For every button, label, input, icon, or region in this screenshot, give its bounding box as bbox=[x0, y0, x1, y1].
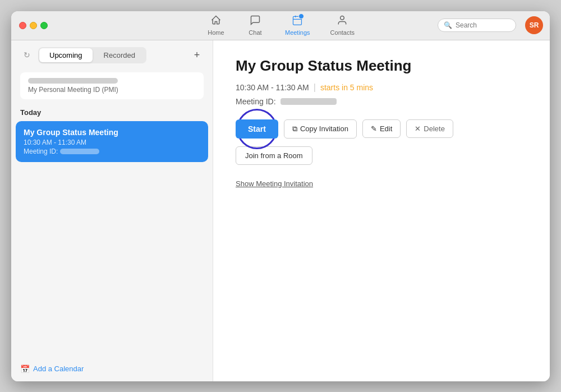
contacts-icon bbox=[337, 15, 348, 27]
meeting-id-blur bbox=[60, 149, 99, 154]
copy-invitation-label: Copy Invitation bbox=[300, 124, 348, 133]
search-icon: 🔍 bbox=[444, 21, 452, 29]
meeting-detail-id: Meeting ID: bbox=[236, 97, 527, 106]
search-area: 🔍 bbox=[438, 19, 516, 32]
pmi-bar-blur bbox=[28, 78, 118, 84]
tab-group: Upcoming Recorded bbox=[38, 47, 146, 63]
minimize-button[interactable] bbox=[30, 22, 37, 29]
app-window: Home Chat M bbox=[11, 11, 550, 381]
add-calendar-button[interactable]: 📅 Add a Calendar bbox=[11, 357, 213, 381]
meeting-detail-title: My Group Status Meeting bbox=[236, 57, 527, 75]
traffic-lights bbox=[19, 22, 48, 29]
avatar[interactable]: SR bbox=[525, 16, 543, 34]
recorded-tab[interactable]: Recorded bbox=[94, 48, 145, 62]
delete-label: Delete bbox=[424, 124, 445, 133]
action-row: Start ⧉ Copy Invitation ✎ Edit ✕ Delete bbox=[236, 119, 527, 139]
tab-chat[interactable]: Chat bbox=[236, 11, 275, 39]
main-content: ↻ Upcoming Recorded + My Personal Meetin… bbox=[11, 40, 550, 381]
search-input[interactable] bbox=[456, 21, 510, 29]
search-box[interactable]: 🔍 bbox=[438, 19, 516, 32]
meeting-list-item[interactable]: My Group Status Meeting 10:30 AM - 11:30… bbox=[16, 121, 208, 162]
detail-panel: My Group Status Meeting 10:30 AM - 11:30… bbox=[213, 40, 550, 381]
sidebar: ↻ Upcoming Recorded + My Personal Meetin… bbox=[11, 40, 213, 381]
tab-home[interactable]: Home bbox=[196, 11, 236, 39]
upcoming-tab[interactable]: Upcoming bbox=[39, 48, 93, 62]
add-meeting-button[interactable]: + bbox=[190, 48, 204, 62]
pmi-card[interactable]: My Personal Meeting ID (PMI) bbox=[20, 72, 204, 99]
meeting-list-time: 10:30 AM - 11:30 AM bbox=[24, 139, 200, 146]
meeting-id-value-blur bbox=[280, 98, 337, 105]
pmi-label: My Personal Meeting ID (PMI) bbox=[28, 86, 196, 94]
tab-chat-label: Chat bbox=[249, 29, 261, 36]
meeting-list-title: My Group Status Meeting bbox=[24, 128, 200, 137]
svg-rect-0 bbox=[293, 16, 302, 25]
join-from-room-button[interactable]: Join from a Room bbox=[236, 146, 312, 165]
tab-meetings-label: Meetings bbox=[285, 29, 310, 36]
delete-icon: ✕ bbox=[415, 124, 421, 133]
sidebar-header: ↻ Upcoming Recorded + bbox=[11, 40, 213, 68]
show-invitation-link[interactable]: Show Meeting Invitation bbox=[236, 179, 313, 188]
join-from-room-row: Join from a Room bbox=[236, 146, 527, 165]
svg-point-4 bbox=[341, 16, 344, 20]
copy-invitation-button[interactable]: ⧉ Copy Invitation bbox=[284, 119, 357, 139]
starts-in-badge: starts in 5 mins bbox=[320, 83, 373, 92]
start-button[interactable]: Start bbox=[236, 119, 278, 139]
meeting-list-id-row: Meeting ID: bbox=[24, 147, 200, 155]
delete-button[interactable]: ✕ Delete bbox=[406, 119, 453, 138]
tab-contacts[interactable]: Contacts bbox=[320, 11, 365, 39]
meeting-id-label-detail: Meeting ID: bbox=[236, 97, 276, 106]
home-icon bbox=[210, 15, 222, 27]
maximize-button[interactable] bbox=[40, 22, 48, 29]
add-calendar-label: Add a Calendar bbox=[33, 365, 84, 373]
calendar-icon: 📅 bbox=[20, 365, 30, 373]
tab-home-label: Home bbox=[208, 29, 224, 36]
tab-contacts-label: Contacts bbox=[330, 29, 355, 36]
tab-meetings[interactable]: Meetings bbox=[275, 11, 320, 39]
edit-button[interactable]: ✎ Edit bbox=[362, 119, 401, 138]
meeting-detail-time: 10:30 AM - 11:30 AM | starts in 5 mins bbox=[236, 82, 527, 93]
close-button[interactable] bbox=[19, 22, 26, 29]
start-button-wrap: Start bbox=[236, 119, 278, 139]
nav-tabs: Home Chat M bbox=[196, 11, 365, 39]
section-today: Today bbox=[11, 104, 213, 119]
meeting-id-label: Meeting ID: bbox=[24, 147, 58, 155]
refresh-button[interactable]: ↻ bbox=[20, 48, 34, 62]
meetings-icon bbox=[292, 15, 303, 27]
edit-label: Edit bbox=[380, 124, 392, 133]
time-separator: | bbox=[314, 82, 316, 93]
meeting-time-text: 10:30 AM - 11:30 AM bbox=[236, 83, 309, 92]
titlebar: Home Chat M bbox=[11, 11, 550, 40]
edit-icon: ✎ bbox=[371, 124, 377, 133]
chat-icon bbox=[250, 15, 261, 27]
copy-icon: ⧉ bbox=[292, 124, 297, 133]
